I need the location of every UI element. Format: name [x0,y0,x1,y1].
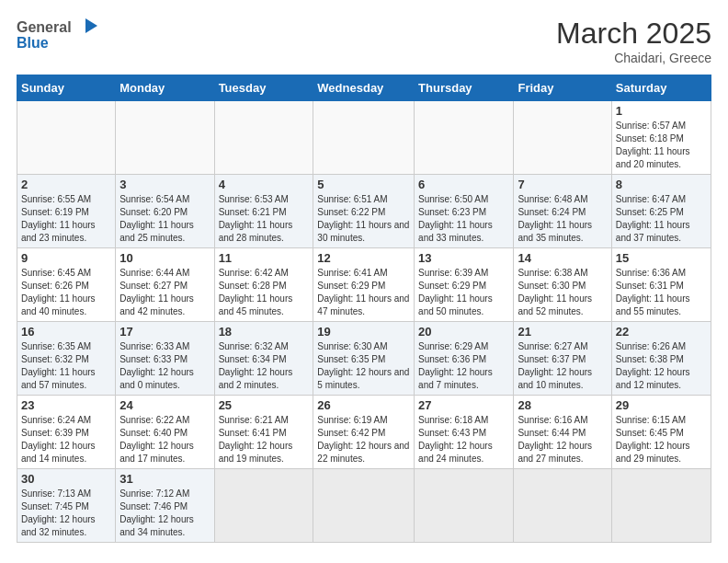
calendar-cell: 12Sunrise: 6:41 AMSunset: 6:29 PMDayligh… [313,248,415,322]
calendar-cell: 19Sunrise: 6:30 AMSunset: 6:35 PMDayligh… [313,322,415,396]
logo-svg: General Blue [17,17,99,52]
day-info: Sunrise: 6:22 AMSunset: 6:40 PMDaylight:… [119,414,210,465]
calendar-cell: 5Sunrise: 6:51 AMSunset: 6:22 PMDaylight… [313,175,415,248]
day-info: Sunrise: 6:51 AMSunset: 6:22 PMDaylight:… [317,193,410,245]
calendar-cell: 27Sunrise: 6:18 AMSunset: 6:43 PMDayligh… [415,396,514,469]
calendar-cell [214,101,313,175]
calendar-cell: 15Sunrise: 6:36 AMSunset: 6:31 PMDayligh… [611,248,711,322]
calendar-cell: 28Sunrise: 6:16 AMSunset: 6:44 PMDayligh… [514,396,611,469]
day-number: 2 [21,178,111,191]
day-info: Sunrise: 6:57 AMSunset: 6:18 PMDaylight:… [616,120,707,171]
day-info: Sunrise: 6:38 AMSunset: 6:30 PMDaylight:… [518,267,607,318]
calendar-cell: 9Sunrise: 6:45 AMSunset: 6:26 PMDaylight… [17,248,116,322]
calendar-cell: 3Sunrise: 6:54 AMSunset: 6:20 PMDaylight… [116,175,214,248]
calendar-cell: 6Sunrise: 6:50 AMSunset: 6:23 PMDaylight… [415,175,514,248]
calendar-cell: 18Sunrise: 6:32 AMSunset: 6:34 PMDayligh… [214,322,313,396]
day-info: Sunrise: 6:33 AMSunset: 6:33 PMDaylight:… [119,340,210,392]
day-info: Sunrise: 6:21 AMSunset: 6:41 PMDaylight:… [219,414,310,465]
day-number: 14 [518,251,607,265]
day-info: Sunrise: 6:32 AMSunset: 6:34 PMDaylight:… [219,340,310,392]
calendar-week-1: 1Sunrise: 6:57 AMSunset: 6:18 PMDaylight… [17,101,711,175]
day-number: 30 [21,472,111,486]
day-number: 5 [317,178,410,191]
day-info: Sunrise: 6:45 AMSunset: 6:26 PMDaylight:… [21,267,111,318]
calendar-cell: 25Sunrise: 6:21 AMSunset: 6:41 PMDayligh… [214,396,313,469]
svg-text:Blue: Blue [17,35,49,51]
calendar-week-5: 23Sunrise: 6:24 AMSunset: 6:39 PMDayligh… [17,396,711,469]
calendar-week-3: 9Sunrise: 6:45 AMSunset: 6:26 PMDaylight… [17,248,711,322]
day-info: Sunrise: 6:47 AMSunset: 6:25 PMDaylight:… [616,193,707,245]
day-number: 23 [21,398,111,412]
calendar-cell: 11Sunrise: 6:42 AMSunset: 6:28 PMDayligh… [214,248,313,322]
calendar-cell: 2Sunrise: 6:55 AMSunset: 6:19 PMDaylight… [17,175,116,248]
day-number: 24 [119,398,210,412]
calendar-cell: 20Sunrise: 6:29 AMSunset: 6:36 PMDayligh… [415,322,514,396]
calendar-cell [313,101,415,175]
day-info: Sunrise: 6:24 AMSunset: 6:39 PMDaylight:… [21,414,111,465]
day-number: 3 [119,178,210,191]
col-header-wednesday: Wednesday [313,75,415,101]
day-info: Sunrise: 6:26 AMSunset: 6:38 PMDaylight:… [616,340,707,392]
day-number: 11 [219,251,310,265]
calendar-cell: 29Sunrise: 6:15 AMSunset: 6:45 PMDayligh… [611,396,711,469]
day-info: Sunrise: 6:48 AMSunset: 6:24 PMDaylight:… [518,193,607,245]
col-header-thursday: Thursday [415,75,514,101]
day-info: Sunrise: 6:29 AMSunset: 6:36 PMDaylight:… [418,340,509,392]
day-number: 31 [119,472,210,486]
day-number: 8 [616,178,707,191]
day-number: 6 [418,178,509,191]
svg-text:General: General [17,19,72,35]
calendar-week-6: 30Sunrise: 7:13 AMSunset: 7:45 PMDayligh… [17,469,711,543]
day-info: Sunrise: 6:35 AMSunset: 6:32 PMDaylight:… [21,340,111,392]
day-info: Sunrise: 7:13 AMSunset: 7:45 PMDaylight:… [21,488,111,539]
calendar-cell: 21Sunrise: 6:27 AMSunset: 6:37 PMDayligh… [514,322,611,396]
calendar-cell: 4Sunrise: 6:53 AMSunset: 6:21 PMDaylight… [214,175,313,248]
day-info: Sunrise: 6:54 AMSunset: 6:20 PMDaylight:… [119,193,210,245]
calendar-cell: 26Sunrise: 6:19 AMSunset: 6:42 PMDayligh… [313,396,415,469]
day-number: 15 [616,251,707,265]
col-header-saturday: Saturday [611,75,711,101]
calendar-cell: 7Sunrise: 6:48 AMSunset: 6:24 PMDaylight… [514,175,611,248]
calendar-cell: 8Sunrise: 6:47 AMSunset: 6:25 PMDaylight… [611,175,711,248]
location: Chaidari, Greece [556,51,711,65]
calendar-cell [415,101,514,175]
calendar-cell [514,101,611,175]
day-info: Sunrise: 6:55 AMSunset: 6:19 PMDaylight:… [21,193,111,245]
calendar-cell: 16Sunrise: 6:35 AMSunset: 6:32 PMDayligh… [17,322,116,396]
calendar-week-2: 2Sunrise: 6:55 AMSunset: 6:19 PMDaylight… [17,175,711,248]
day-info: Sunrise: 6:27 AMSunset: 6:37 PMDaylight:… [518,340,607,392]
header: General Blue March 2025 Chaidari, Greece [17,17,711,65]
calendar-cell: 24Sunrise: 6:22 AMSunset: 6:40 PMDayligh… [116,396,214,469]
day-number: 7 [518,178,607,191]
calendar: SundayMondayTuesdayWednesdayThursdayFrid… [17,75,711,543]
calendar-cell: 23Sunrise: 6:24 AMSunset: 6:39 PMDayligh… [17,396,116,469]
day-number: 16 [21,325,111,339]
col-header-sunday: Sunday [17,75,116,101]
calendar-cell: 22Sunrise: 6:26 AMSunset: 6:38 PMDayligh… [611,322,711,396]
day-info: Sunrise: 6:50 AMSunset: 6:23 PMDaylight:… [418,193,509,245]
day-number: 1 [616,104,707,118]
day-number: 29 [616,398,707,412]
day-info: Sunrise: 6:15 AMSunset: 6:45 PMDaylight:… [616,414,707,465]
day-number: 4 [219,178,310,191]
day-info: Sunrise: 6:19 AMSunset: 6:42 PMDaylight:… [317,414,410,465]
day-number: 27 [418,398,509,412]
day-number: 20 [418,325,509,339]
day-info: Sunrise: 6:36 AMSunset: 6:31 PMDaylight:… [616,267,707,318]
day-number: 21 [518,325,607,339]
calendar-cell: 30Sunrise: 7:13 AMSunset: 7:45 PMDayligh… [17,469,116,543]
page: General Blue March 2025 Chaidari, Greece… [0,0,728,552]
calendar-cell: 1Sunrise: 6:57 AMSunset: 6:18 PMDaylight… [611,101,711,175]
day-info: Sunrise: 6:30 AMSunset: 6:35 PMDaylight:… [317,340,410,392]
calendar-cell [214,469,313,543]
month-year: March 2025 [556,17,711,51]
calendar-cell [17,101,116,175]
day-number: 19 [317,325,410,339]
day-info: Sunrise: 6:39 AMSunset: 6:29 PMDaylight:… [418,267,509,318]
day-info: Sunrise: 6:44 AMSunset: 6:27 PMDaylight:… [119,267,210,318]
logo: General Blue [17,17,99,52]
day-info: Sunrise: 6:41 AMSunset: 6:29 PMDaylight:… [317,267,410,318]
day-info: Sunrise: 7:12 AMSunset: 7:46 PMDaylight:… [119,488,210,539]
col-header-friday: Friday [514,75,611,101]
day-number: 17 [119,325,210,339]
